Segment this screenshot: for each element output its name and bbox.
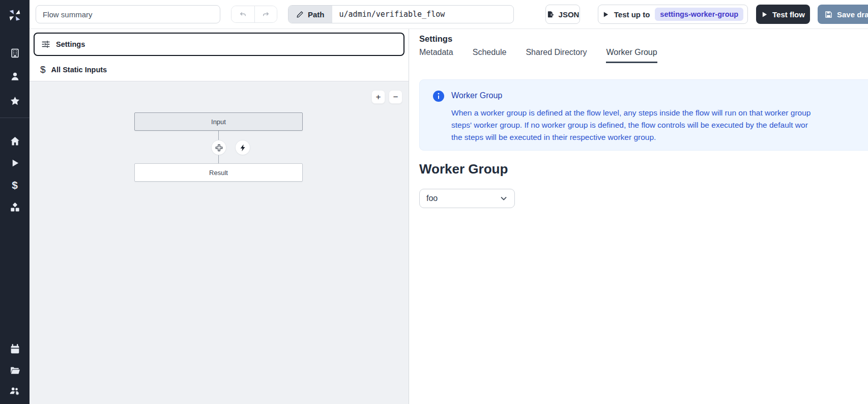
info-icon	[433, 91, 444, 104]
path-value[interactable]: u/admin/verifiable_flow	[332, 10, 452, 19]
json-button-label: JSON	[559, 10, 580, 19]
tab-shared-directory[interactable]: Shared Directory	[526, 48, 587, 63]
save-draft-button[interactable]: Save draft	[818, 5, 868, 24]
worker-group-heading: Worker Group	[419, 161, 508, 177]
tab-worker-group[interactable]: Worker Group	[606, 48, 657, 63]
path-field: Path u/admin/verifiable_flow	[288, 5, 514, 23]
dollar-icon: $	[40, 64, 46, 75]
info-box-title: Worker Group	[451, 91, 502, 100]
sliders-icon	[41, 40, 50, 49]
settings-tabs: Metadata Schedule Shared Directory Worke…	[419, 48, 657, 63]
undo-icon	[239, 10, 247, 19]
plus-icon: +	[376, 92, 381, 102]
sidebar-item-resources[interactable]	[0, 197, 30, 217]
sidebar-item-folders[interactable]	[0, 360, 30, 381]
info-line: When a worker group is defined at the fl…	[451, 107, 811, 119]
sidebar-item-variables[interactable]: $	[0, 175, 30, 195]
windmill-logo[interactable]	[0, 4, 30, 26]
save-icon	[825, 11, 832, 18]
result-node-label: Result	[209, 169, 228, 177]
runs-play-icon	[10, 158, 20, 168]
sidebar-item-home[interactable]	[0, 131, 30, 151]
path-edit-button[interactable]: Path	[288, 6, 332, 23]
trigger-button[interactable]	[236, 140, 250, 155]
workers-group-icon	[9, 385, 20, 396]
info-line: the steps will be executed in their resp…	[451, 131, 811, 143]
json-button[interactable]: JSON	[545, 5, 580, 24]
input-node-label: Input	[211, 118, 226, 126]
flow-settings-item[interactable]: Settings	[34, 33, 404, 56]
app-sidebar: $	[0, 0, 30, 404]
tab-schedule[interactable]: Schedule	[473, 48, 507, 63]
zoom-out-button[interactable]: −	[389, 90, 402, 104]
home-icon	[10, 136, 20, 147]
windmill-flow-editor: $	[0, 0, 868, 404]
info-line: steps' worker group. If no worker group …	[451, 119, 811, 131]
flow-toolbar: Path u/admin/verifiable_flow JSON Test u…	[30, 0, 868, 29]
redo-button[interactable]	[254, 6, 277, 22]
sidebar-item-schedules[interactable]	[0, 339, 30, 359]
sidebar-divider	[0, 118, 30, 118]
settings-panel: Settings Metadata Schedule Shared Direct…	[409, 29, 868, 404]
worker-group-info-box: Worker Group When a worker group is defi…	[419, 79, 868, 151]
test-flow-label: Test flow	[772, 10, 805, 19]
play-icon	[761, 11, 768, 18]
test-flow-button[interactable]: Test flow	[756, 5, 810, 24]
sidebar-item-user[interactable]	[0, 66, 30, 86]
test-up-to-button[interactable]: Test up to settings-worker-group	[598, 5, 748, 24]
flow-summary-input[interactable]	[36, 5, 220, 23]
resources-boxes-icon	[10, 202, 20, 213]
flow-settings-label: Settings	[56, 40, 85, 48]
all-static-inputs-label: All Static Inputs	[51, 66, 107, 74]
undo-redo-group	[231, 6, 277, 23]
zoom-in-button[interactable]: +	[371, 90, 385, 104]
windmill-logo-icon	[6, 7, 23, 24]
undo-button[interactable]	[232, 6, 254, 22]
worker-group-select-value: foo	[426, 194, 438, 203]
plus-icon	[215, 143, 223, 152]
all-static-inputs-item[interactable]: $ All Static Inputs	[30, 58, 409, 81]
chevron-down-icon	[500, 194, 508, 203]
settings-panel-title: Settings	[419, 34, 452, 44]
input-node[interactable]: Input	[134, 112, 303, 131]
user-icon	[10, 71, 20, 82]
result-node[interactable]: Result	[134, 163, 303, 182]
folders-icon	[10, 365, 20, 376]
workspace-icon	[10, 48, 20, 59]
sidebar-item-runs[interactable]	[0, 153, 30, 173]
add-step-button[interactable]	[212, 140, 226, 155]
minus-icon: −	[393, 92, 398, 102]
save-draft-label: Save draft	[837, 10, 868, 19]
flow-editor-panel: Settings $ All Static Inputs Input Re	[30, 29, 409, 404]
redo-icon	[262, 10, 270, 19]
test-up-to-step-badge[interactable]: settings-worker-group	[655, 8, 743, 21]
play-icon	[602, 11, 609, 18]
file-json-icon	[546, 11, 554, 18]
tab-metadata[interactable]: Metadata	[419, 48, 453, 63]
favorites-star-icon	[10, 96, 20, 106]
schedules-calendar-icon	[10, 344, 20, 355]
variables-dollar-icon: $	[12, 179, 18, 191]
bolt-icon	[239, 144, 247, 152]
pencil-icon	[296, 11, 304, 18]
info-box-text: When a worker group is defined at the fl…	[451, 107, 811, 143]
test-up-to-label: Test up to	[614, 10, 650, 19]
sidebar-item-workspace[interactable]	[0, 43, 30, 63]
sidebar-item-favorites[interactable]	[0, 91, 30, 111]
path-label: Path	[308, 10, 325, 19]
sidebar-item-workers[interactable]	[0, 381, 30, 401]
flow-graph-canvas[interactable]: Input Result + −	[30, 81, 409, 404]
worker-group-select[interactable]: foo	[419, 189, 515, 208]
